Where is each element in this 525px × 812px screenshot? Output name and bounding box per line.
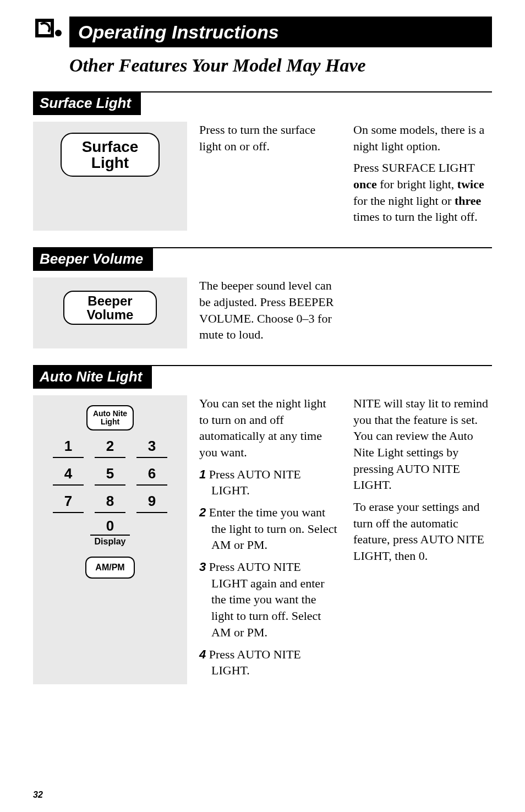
t: three [455, 194, 481, 208]
page-subtitle: Other Features Your Model May Have [69, 55, 492, 76]
keypad-0[interactable]: 0 [95, 517, 125, 535]
keypad-9[interactable]: 9 [136, 491, 167, 513]
surface-light-col2b: Press SURFACE LIGHT once for bright ligh… [353, 160, 492, 225]
keypad-1[interactable]: 1 [53, 436, 84, 458]
t: once [353, 177, 377, 191]
ampm-button[interactable]: AM/PM [85, 557, 135, 579]
keypad-5[interactable]: 5 [95, 464, 125, 486]
step-2: 2 Enter the time you want the light to t… [199, 504, 338, 553]
t: Press AUTO NITE LIGHT. [209, 467, 301, 498]
autonite-btn-line2: Light [101, 418, 119, 426]
svg-point-2 [55, 30, 62, 36]
surface-light-col1: Press to turn the surface light on or of… [199, 122, 338, 154]
display-label: Display [90, 535, 130, 547]
beeper-panel: Beeper Volume [33, 277, 187, 348]
title-text: Operating Instructions [78, 21, 279, 43]
step-4: 4 Press AUTO NITE LIGHT. [199, 646, 338, 679]
t: Press AUTO NITE LIGHT again and enter th… [209, 560, 325, 639]
auto-nite-light-button[interactable]: Auto Nite Light [86, 405, 134, 430]
t: for bright light, [377, 177, 457, 191]
keypad-4[interactable]: 4 [53, 464, 84, 486]
section-heading-beeper: Beeper Volume [33, 247, 153, 271]
surface-light-col2a: On some models, there is a night light o… [353, 122, 492, 154]
n: 4 [199, 647, 206, 661]
surface-light-button[interactable]: Surface Light [61, 133, 160, 177]
beeper-volume-button[interactable]: Beeper Volume [63, 291, 157, 325]
autonite-panel: Auto Nite Light 1 2 3 4 5 6 7 8 9 0 Disp… [33, 395, 187, 684]
t: Enter the time you want the light to tur… [209, 505, 337, 552]
autonite-steps: 1 Press AUTO NITE LIGHT. 2 Enter the tim… [199, 466, 338, 679]
autonite-col2b: To erase your settings and turn off the … [353, 499, 492, 564]
section-heading-surface-light: Surface Light [33, 91, 141, 115]
step-1: 1 Press AUTO NITE LIGHT. [199, 466, 338, 499]
autonite-btn-line1: Auto Nite [93, 410, 127, 418]
number-keypad: 1 2 3 4 5 6 7 8 9 [53, 436, 167, 513]
t: twice [457, 177, 484, 191]
surface-light-panel: Surface Light [33, 122, 187, 231]
keypad-8[interactable]: 8 [95, 491, 125, 513]
t: Press AUTO NITE LIGHT. [209, 647, 301, 678]
beeper-button-line1: Beeper [88, 294, 132, 308]
keypad-6[interactable]: 6 [136, 464, 167, 486]
n: 1 [199, 467, 206, 481]
keypad-7[interactable]: 7 [53, 491, 84, 513]
appliance-icon [33, 17, 66, 47]
title-bar: Operating Instructions [69, 17, 492, 47]
surface-light-button-line2: Light [91, 155, 129, 171]
t: for the night light or [353, 194, 455, 208]
keypad-3[interactable]: 3 [136, 436, 167, 458]
t: Press SURFACE LIGHT [353, 161, 474, 175]
section-heading-autonite: Auto Nite Light [33, 365, 152, 389]
t: times to turn the light off. [353, 210, 478, 224]
autonite-intro: You can set the night light to turn on a… [199, 395, 338, 461]
n: 3 [199, 560, 206, 574]
page-number: 32 [33, 790, 43, 800]
surface-light-button-line1: Surface [82, 139, 139, 155]
keypad-2[interactable]: 2 [95, 436, 125, 458]
n: 2 [199, 505, 206, 519]
step-3: 3 Press AUTO NITE LIGHT again and enter … [199, 559, 338, 640]
beeper-button-line2: Volume [87, 308, 134, 321]
beeper-col1: The beeper sound level can be adjusted. … [199, 277, 338, 343]
autonite-col2a: NITE will stay lit to remind you that th… [353, 395, 492, 493]
